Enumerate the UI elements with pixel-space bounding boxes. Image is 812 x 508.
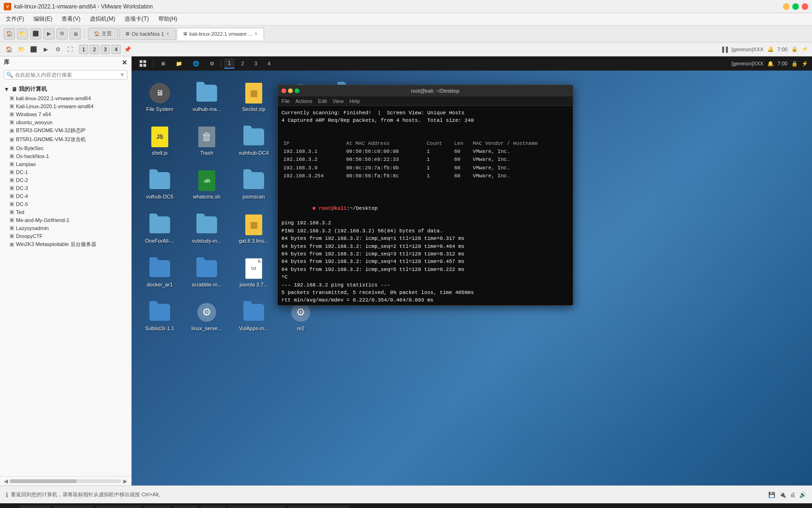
desktop-icon-docker[interactable]: docker_ar1 bbox=[141, 255, 179, 290]
menu-file[interactable]: 文件(F) bbox=[4, 14, 26, 24]
taskbar-item-cha[interactable]: cha... bbox=[144, 506, 172, 508]
desktop-icon-trash[interactable]: 🗑 Trash bbox=[188, 124, 226, 158]
kali-bell-icon[interactable]: 🔔 bbox=[767, 61, 774, 67]
menu-tabs[interactable]: 选项卡(T) bbox=[123, 14, 150, 24]
sidebar-close-btn[interactable]: ✕ bbox=[122, 59, 127, 66]
term-min-btn[interactable] bbox=[288, 88, 293, 93]
vm-tb2-extra[interactable]: 📌 bbox=[122, 44, 133, 55]
sidebar-scroll-left[interactable]: ◀ bbox=[4, 478, 8, 484]
sidebar-item-ubuntu[interactable]: ▣ ubuntu_wooyun bbox=[0, 118, 131, 126]
sidebar-scrollbar[interactable] bbox=[10, 479, 121, 483]
desktop-icon-linuxserver2[interactable]: ⚙ linux_serve... bbox=[188, 299, 226, 333]
vm-num-2[interactable]: 2 bbox=[90, 45, 99, 54]
desktop-icon-vulhub-dc5[interactable]: vulhub-DC5 bbox=[141, 167, 179, 202]
kali-power-icon[interactable]: ⚡ bbox=[802, 61, 808, 67]
sidebar-item-bt5r1[interactable]: ▣ BT5R1-GNOME-VM-32攻击机 bbox=[0, 135, 131, 144]
kali-desktop[interactable]: 🖥 📁 🌐 ⚙ 1 2 3 4 [genmon]XXX 🔔 7:00 🔒 ⚡ 🖥… bbox=[132, 56, 812, 485]
vm-num-4[interactable]: 4 bbox=[111, 45, 121, 54]
vm-tb2-home[interactable]: 🏠 bbox=[4, 44, 14, 55]
desktop-icon-vulhub-ma[interactable]: vulhub-ma... bbox=[188, 80, 226, 114]
sidebar-item-dc4[interactable]: ▣ DC-4 bbox=[0, 192, 131, 200]
toolbar-stop-btn[interactable]: ⬛ bbox=[30, 28, 41, 40]
sidebar-item-dc1[interactable]: ▣ DC-1 bbox=[0, 168, 131, 176]
term-max-btn[interactable] bbox=[295, 88, 299, 93]
kali-browser-btn[interactable]: 🌐 bbox=[189, 58, 203, 69]
desktop-icon-joomla[interactable]: txt joomla 3.7... bbox=[235, 255, 273, 290]
sidebar-item-dc5[interactable]: ▣ DC-5 bbox=[0, 200, 131, 208]
toolbar-home-btn[interactable]: 🏠 bbox=[4, 28, 15, 40]
search-input[interactable] bbox=[15, 72, 119, 78]
vm-num-3[interactable]: 3 bbox=[101, 45, 110, 54]
sidebar-item-oshacknos[interactable]: ▣ Os-hackNos-1 bbox=[0, 152, 131, 160]
taskbar-item-kali[interactable]: kali-linux-2022.1 ... bbox=[228, 506, 286, 508]
toolbar-monitor-btn[interactable]: 🖥 bbox=[70, 28, 81, 40]
kali-settings-btn[interactable]: ⚙ bbox=[206, 58, 218, 69]
desktop-icon-shelljs[interactable]: JS shell.js bbox=[141, 124, 179, 158]
desktop-icon-vulnhub-dc4[interactable]: vulnhub-DC4 bbox=[235, 124, 273, 158]
sidebar-item-droopy[interactable]: ▣ DroopyCTF bbox=[0, 232, 131, 240]
sidebar-item-dc2[interactable]: ▣ DC-2 bbox=[0, 176, 131, 184]
windows-start-button[interactable] bbox=[4, 506, 18, 508]
taskbar-item-obs[interactable]: OBS 27.2.1 (64-bit... bbox=[288, 506, 350, 508]
term-menu-edit[interactable]: Edit bbox=[318, 98, 327, 104]
taskbar-item-download[interactable]: 下载 bbox=[173, 506, 199, 508]
sidebar-item-lampiao[interactable]: ▣ Lampiao bbox=[0, 160, 131, 168]
sidebar-scroll-right[interactable]: ▶ bbox=[123, 478, 127, 484]
desktop-icon-joomscan[interactable]: joomscan bbox=[235, 167, 273, 202]
toolbar-play-btn[interactable]: ▶ bbox=[43, 28, 55, 40]
minimize-button[interactable] bbox=[783, 3, 789, 10]
taskbar-item-crypto[interactable]: 在线加密解密 bbox=[96, 506, 142, 508]
kali-workspace-4[interactable]: 4 bbox=[264, 58, 274, 69]
tree-group-header[interactable]: ▼ 🖥 我的计算机 bbox=[0, 84, 131, 94]
sidebar-item-kali2020[interactable]: ▣ Kali-Linux-2020.1-vmware-amd64 bbox=[0, 102, 131, 110]
menu-view[interactable]: 查看(V) bbox=[60, 14, 82, 24]
tab-home[interactable]: 🏠 主页 bbox=[88, 28, 118, 40]
desktop-icon-vulstudy[interactable]: vulstudy-m... bbox=[188, 212, 226, 246]
toolbar-settings-btn[interactable]: ⚙ bbox=[56, 28, 68, 40]
vm-tb2-stop[interactable]: ⬛ bbox=[28, 44, 39, 55]
desktop-icon-vulapps[interactable]: VulApps-m... bbox=[235, 299, 273, 333]
term-menu-file[interactable]: File bbox=[281, 98, 290, 104]
desktop-icon-seclist[interactable]: Seclist.zip bbox=[235, 80, 273, 114]
desktop-icon-sublist3r11[interactable]: Sublist3r-1.1 bbox=[141, 299, 179, 333]
vm-tb2-fullscreen[interactable]: ⛶ bbox=[65, 44, 75, 55]
taskbar-item-google[interactable]: Google C... bbox=[53, 506, 94, 508]
kali-apps-btn[interactable] bbox=[135, 58, 150, 69]
term-close-btn[interactable] bbox=[281, 88, 286, 93]
vm-tb2-settings[interactable]: ⚙ bbox=[53, 44, 63, 55]
terminal-body[interactable]: Currently scanning: Finished! | Screen V… bbox=[278, 106, 573, 305]
terminal-window[interactable]: root@kali: ~/Desktop File Actions Edit V… bbox=[277, 85, 573, 306]
search-dropdown-icon[interactable]: ▼ bbox=[119, 71, 125, 78]
tab-hacknos-close[interactable]: ✕ bbox=[166, 32, 170, 36]
kali-terminal-btn[interactable]: 🖥 bbox=[156, 58, 169, 69]
vm-tb2-folder[interactable]: 📁 bbox=[16, 44, 26, 55]
sidebar-item-osbytesec[interactable]: ▣ Os-ByteSec bbox=[0, 144, 131, 152]
sidebar-item-kali2022[interactable]: ▣ kali-linux-2022.1-vmware-amd64 bbox=[0, 94, 131, 102]
term-menu-view[interactable]: View bbox=[333, 98, 344, 104]
term-menu-help[interactable]: Help bbox=[349, 98, 360, 104]
sidebar-item-ted[interactable]: ▣ Ted bbox=[0, 208, 131, 216]
sidebar-item-lazysys[interactable]: ▣ Lazysysadmin bbox=[0, 224, 131, 232]
taskbar-item-shippo[interactable]: Shippo bbox=[20, 506, 51, 508]
sidebar-item-win2k3[interactable]: ▣ Win2K3 Metasploitable 后台服务器 bbox=[0, 240, 131, 249]
desktop-icon-scrabble[interactable]: scrabble-m... bbox=[188, 255, 226, 290]
menu-vm[interactable]: 虚拟机(M) bbox=[88, 14, 117, 24]
close-button[interactable] bbox=[802, 3, 808, 10]
vm-tb2-play[interactable]: ▶ bbox=[40, 44, 51, 55]
sidebar-item-win7[interactable]: ▣ Windows 7 x64 bbox=[0, 110, 131, 118]
toolbar-folder-btn[interactable]: 📁 bbox=[17, 28, 28, 40]
desktop-icon-oneforall[interactable]: OneForAll-... bbox=[141, 212, 179, 246]
sidebar-search-container[interactable]: 🔍 ▼ bbox=[4, 70, 127, 79]
desktop-icon-whatcms[interactable]: .sh whatcms.sh bbox=[188, 167, 226, 202]
sidebar-item-dc3[interactable]: ▣ DC-3 bbox=[0, 184, 131, 192]
tab-kali[interactable]: 🖥 kali-linux-2022.1 vmware ... ✕ bbox=[177, 28, 264, 40]
sidebar-item-bt5r3[interactable]: ▣ BT5R3-GNOME-VM-32静态IP bbox=[0, 126, 131, 135]
kali-lock-icon[interactable]: 🔒 bbox=[791, 61, 798, 67]
tab-kali-close[interactable]: ✕ bbox=[254, 32, 258, 36]
sidebar-item-meandmy[interactable]: ▣ Me-and-My-Girlfriend-1 bbox=[0, 216, 131, 224]
desktop-icon-filesystem[interactable]: 🖥 File System bbox=[141, 80, 179, 114]
kali-workspace-2[interactable]: 2 bbox=[237, 58, 248, 69]
kali-workspace-1[interactable]: 1 bbox=[224, 58, 234, 69]
desktop-icon-gat[interactable]: gat.8.3.linu... bbox=[235, 212, 273, 246]
menu-help[interactable]: 帮助(H) bbox=[156, 14, 180, 24]
